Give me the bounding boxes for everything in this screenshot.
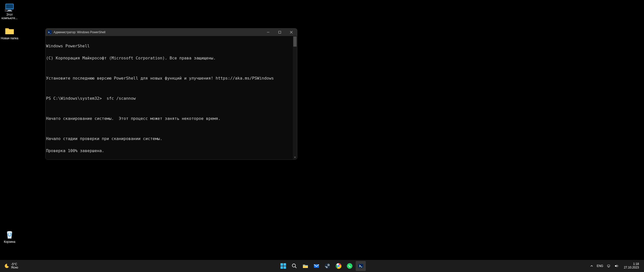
svg-text:>_: >_ [6,10,8,12]
desktop-icon-label: Корзина [4,240,15,244]
windows-icon [280,263,286,269]
steam-icon [325,263,331,269]
svg-rect-3 [7,11,12,11]
svg-point-15 [292,264,296,267]
terminal-line: (C) Корпорация Майкрософт (Microsoft Cor… [46,56,297,60]
desktop-icon-label: Новая папка [1,37,18,40]
window-titlebar[interactable]: >_ Администратор: Windows PowerShell [46,28,297,36]
chrome-icon [336,263,342,269]
svg-rect-18 [314,264,319,268]
weather-desc: Ясно [11,266,18,269]
maximize-button[interactable] [274,28,286,36]
svg-rect-14 [284,266,286,269]
svg-rect-8 [279,31,281,33]
folder-icon [4,26,15,36]
tray-volume[interactable] [613,261,620,271]
svg-rect-30 [608,265,610,267]
desktop-icon-new-folder[interactable]: Новая папка [0,26,19,40]
terminal-line: PS C:\Windows\system32> sfc /scannow [46,96,297,100]
svg-rect-12 [284,263,286,266]
close-button[interactable] [286,28,297,36]
taskbar-chrome[interactable] [334,261,344,271]
taskbar: -5°C Ясно [0,260,644,272]
svg-point-27 [347,263,352,269]
tray-language[interactable]: ENG [595,261,605,271]
window-title: Администратор: Windows PowerShell [54,30,105,34]
folder-icon [302,263,308,269]
clock-time: 1:18 [633,262,639,266]
svg-rect-2 [8,10,11,11]
taskbar-mail[interactable] [311,261,321,271]
terminal-line: Начало стадии проверки при сканировании … [46,137,297,141]
minimize-button[interactable] [262,28,274,36]
language-label: ENG [597,264,603,268]
search-icon [291,263,297,269]
start-button[interactable] [278,261,288,271]
desktop-icon-this-pc[interactable]: >_ Этот компьюте... [0,2,19,20]
scrollbar-down-arrow[interactable]: ▼ [293,155,297,159]
desktop-icon-label: Этот компьюте... [2,13,18,20]
tray-network[interactable] [605,261,612,271]
svg-rect-13 [280,266,283,269]
svg-point-19 [325,263,330,269]
volume-icon [614,264,618,268]
search-button[interactable] [289,261,299,271]
terminal-body[interactable]: Windows PowerShell (C) Корпорация Майкро… [46,36,297,159]
clock-date: 27.10.2023 [624,266,639,269]
terminal-scrollbar[interactable]: ▲ ▼ [293,36,297,159]
tray-clock[interactable]: 1:18 27.10.2023 [620,261,642,271]
powershell-icon [358,263,364,269]
svg-rect-17 [303,265,308,266]
taskbar-weather[interactable]: -5°C Ясно [3,261,20,271]
powershell-window: >_ Администратор: Windows PowerShell Win… [46,28,297,159]
network-icon [607,264,611,268]
svg-point-21 [328,265,329,265]
taskbar-powershell[interactable] [356,261,366,271]
this-pc-icon: >_ [4,2,15,13]
terminal-line: Проверка 100% завершена. [46,149,297,153]
scrollbar-thumb[interactable] [293,37,297,47]
tray-overflow-button[interactable] [589,261,595,271]
taskbar-file-explorer[interactable] [300,261,310,271]
recycle-bin-icon [4,229,15,240]
moon-icon [4,263,10,269]
svg-rect-11 [280,263,283,266]
terminal-line: Начато сканирование системы. Этот процес… [46,117,297,121]
chevron-up-icon [590,264,593,267]
svg-line-16 [295,267,297,268]
terminal-line: Windows PowerShell [46,44,297,48]
powershell-app-icon: >_ [48,30,52,34]
desktop-icon-recycle-bin[interactable]: Корзина [0,229,19,244]
whatsapp-icon [347,263,353,269]
mail-icon [313,263,319,269]
taskbar-whatsapp[interactable] [345,261,355,271]
svg-point-6 [7,231,12,233]
svg-rect-1 [6,4,13,8]
terminal-line: Установите последнюю версию PowerShell д… [46,76,297,80]
svg-point-26 [338,265,340,267]
taskbar-steam[interactable] [323,261,333,271]
